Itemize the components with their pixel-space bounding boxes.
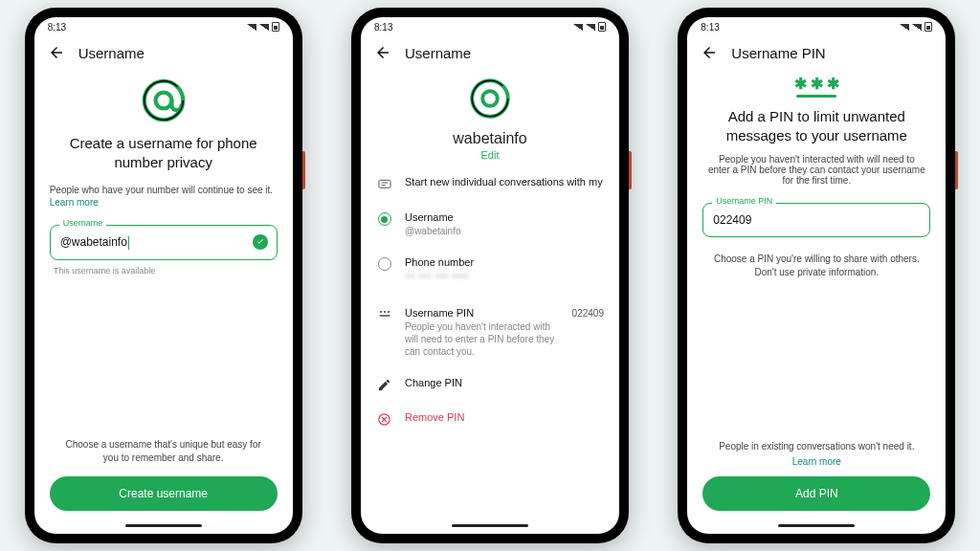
option-username-label: Username	[405, 211, 604, 223]
mid-note: Choose a PIN you're willing to share wit…	[702, 253, 930, 291]
change-pin-row[interactable]: Change PIN	[376, 367, 604, 402]
pin-stars-icon: ✱✱✱	[702, 75, 930, 98]
app-bar: Username	[34, 36, 293, 65]
pin-row-title: Username PIN	[405, 307, 561, 319]
username-input-value: @wabetainfo	[60, 235, 127, 249]
screen-2: 8:13 Username wa	[361, 17, 619, 534]
bottom-note: Choose a username that's unique but easy…	[50, 438, 278, 476]
hero-subtext: People you haven't interacted with will …	[702, 154, 930, 186]
svg-rect-8	[380, 315, 390, 316]
clock: 8:13	[48, 22, 66, 33]
phone-frame-3: 8:13 Username PIN ✱✱✱ Add a PIN	[678, 8, 955, 543]
create-username-button[interactable]: Create username	[50, 476, 278, 511]
screen-1: 8:13 Username	[34, 17, 293, 534]
battery-icon	[924, 22, 932, 32]
page-title: Username PIN	[731, 45, 825, 61]
status-bar: 8:13	[34, 17, 293, 36]
pin-field-wrap: Username PIN 022409	[702, 203, 930, 237]
pin-value: 022409	[572, 307, 604, 319]
hero-heading: Add a PIN to limit unwanted messages to …	[702, 107, 930, 144]
change-pin-label: Change PIN	[405, 377, 604, 388]
signal-icon	[586, 24, 595, 31]
remove-pin-label: Remove PIN	[405, 411, 604, 423]
at-sign-icon	[50, 75, 278, 128]
radio-unselected-icon	[378, 257, 391, 271]
availability-hint: This username is available	[50, 266, 278, 276]
username-display: wabetainfo	[376, 130, 604, 147]
page-title: Username	[405, 45, 471, 61]
remove-icon	[376, 411, 393, 427]
status-bar: 8:13	[687, 17, 946, 36]
clock: 8:13	[701, 22, 719, 33]
option-username-row[interactable]: Username @wabetainfo	[376, 202, 604, 247]
edit-link[interactable]: Edit	[481, 149, 500, 161]
username-field-wrap: Username @wabetainfo	[50, 225, 278, 260]
svg-point-5	[380, 311, 382, 313]
pin-row-sub: People you haven't interacted with will …	[405, 320, 561, 358]
bottom-note: People in existing conversations won't n…	[702, 440, 930, 455]
svg-point-3	[482, 91, 498, 106]
signal-icon	[912, 24, 922, 31]
section-label: Start new individual conversations with …	[405, 176, 604, 187]
wifi-icon	[247, 24, 256, 31]
keypad-icon	[376, 307, 393, 323]
pin-input[interactable]: 022409	[702, 203, 930, 237]
hero-subtext: People who have your number will continu…	[50, 185, 278, 195]
pin-input-value: 022409	[713, 213, 751, 227]
pin-row[interactable]: Username PIN People you haven't interact…	[376, 298, 604, 367]
section-header-row: Start new individual conversations with …	[376, 166, 604, 202]
app-bar: Username	[361, 36, 619, 65]
option-phone-row[interactable]: Phone number +• ••• ••• ••••	[376, 247, 604, 292]
remove-pin-row[interactable]: Remove PIN	[376, 402, 604, 436]
status-icons	[247, 22, 279, 32]
back-icon[interactable]	[374, 44, 391, 61]
at-sign-icon	[376, 75, 604, 124]
learn-more-link[interactable]: Learn more	[792, 456, 841, 467]
username-input[interactable]: @wabetainfo	[50, 225, 278, 260]
pencil-icon	[376, 377, 393, 392]
phone-frame-1: 8:13 Username	[25, 8, 302, 543]
gesture-bar	[34, 520, 293, 534]
svg-rect-4	[379, 180, 390, 187]
phone-frame-2: 8:13 Username wa	[351, 8, 629, 543]
status-bar: 8:13	[361, 17, 619, 36]
option-phone-sub: +• ••• ••• ••••	[405, 270, 604, 282]
check-icon	[253, 234, 268, 250]
radio-selected-icon	[378, 212, 391, 226]
option-phone-label: Phone number	[405, 256, 604, 268]
status-icons	[900, 22, 932, 32]
svg-point-7	[388, 311, 390, 313]
learn-more-link[interactable]: Learn more	[50, 197, 278, 208]
back-icon[interactable]	[701, 44, 718, 61]
back-icon[interactable]	[48, 44, 65, 61]
status-icons	[573, 22, 606, 32]
field-label: Username	[59, 218, 107, 228]
battery-icon	[598, 22, 606, 32]
signal-icon	[259, 24, 269, 31]
screen-3: 8:13 Username PIN ✱✱✱ Add a PIN	[687, 17, 946, 534]
gesture-bar	[361, 520, 619, 534]
add-pin-button[interactable]: Add PIN	[702, 476, 930, 511]
option-username-sub: @wabetainfo	[405, 225, 604, 237]
svg-point-1	[155, 93, 171, 109]
battery-icon	[272, 22, 279, 32]
field-label: Username PIN	[712, 196, 776, 206]
chat-icon	[376, 176, 393, 192]
page-title: Username	[78, 45, 145, 61]
gesture-bar	[687, 520, 946, 534]
app-bar: Username PIN	[687, 36, 946, 65]
text-cursor	[128, 236, 129, 250]
hero-heading: Create a username for phone number priva…	[50, 134, 278, 171]
wifi-icon	[573, 24, 583, 31]
svg-point-6	[384, 311, 386, 313]
clock: 8:13	[374, 22, 392, 33]
wifi-icon	[900, 24, 909, 31]
